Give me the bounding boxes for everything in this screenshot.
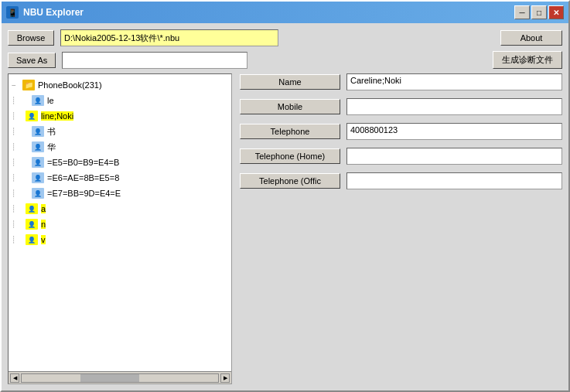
tree-line-3: ┊ xyxy=(12,143,19,151)
restore-button[interactable]: □ xyxy=(531,5,547,19)
tree-item-label-7: a xyxy=(41,204,46,213)
scroll-right-button[interactable]: ▶ xyxy=(220,373,230,383)
window-title: NBU Explorer xyxy=(23,7,84,18)
minimize-button[interactable]: ─ xyxy=(514,5,530,19)
contact-icon-2: 👤 xyxy=(32,126,44,137)
telephone-office-value xyxy=(346,172,562,189)
tree-item-4[interactable]: ┊ 👤 =E5=B0=B9=E4=B xyxy=(10,155,230,170)
tree-root-node[interactable]: − 📁 PhoneBook(231) xyxy=(10,77,230,93)
tree-expand-icon: − xyxy=(12,81,21,90)
scrollbar-thumb[interactable] xyxy=(80,374,139,382)
contact-icon-9: 👤 xyxy=(26,234,38,245)
file-path-input[interactable] xyxy=(60,29,278,46)
tree-item-1[interactable]: ┊ 👤 line;Noki xyxy=(10,108,230,124)
contact-icon-7: 👤 xyxy=(26,203,38,214)
tree-line-1: ┊ xyxy=(12,112,19,120)
tree-item-label-1: line;Noki xyxy=(41,111,73,121)
mobile-field-row: Mobile xyxy=(240,98,562,115)
tree-item-3[interactable]: ┊ 👤 华 xyxy=(10,139,230,155)
mobile-value xyxy=(346,98,562,115)
tree-root-label: PhoneBook(231) xyxy=(38,80,102,90)
tree-line-9: ┊ xyxy=(12,236,19,244)
tree-item-label-8: n xyxy=(41,220,46,229)
browse-button[interactable]: Browse xyxy=(8,30,54,46)
tree-item-label-5: =E6=AE=8B=E5=8 xyxy=(47,173,119,182)
name-field-row: Name Careline;Noki xyxy=(240,73,562,90)
title-bar-left: 📱 NBU Explorer xyxy=(6,6,84,19)
telephone-home-value xyxy=(346,148,562,165)
telephone-home-button[interactable]: Telephone (Home) xyxy=(240,148,340,164)
tree-panel: − 📁 PhoneBook(231) ┊ 👤 le ┊ xyxy=(8,73,232,384)
contact-icon-4: 👤 xyxy=(32,157,44,168)
name-value: Careline;Noki xyxy=(346,73,562,90)
close-button[interactable]: ✕ xyxy=(548,5,564,19)
contact-icon-1: 👤 xyxy=(26,111,38,121)
generate-button[interactable]: 生成诊断文件 xyxy=(493,51,562,69)
save-path-input[interactable] xyxy=(62,52,247,69)
tree-item-8[interactable]: ┊ 👤 n xyxy=(10,216,230,232)
contact-icon-8: 👤 xyxy=(26,219,38,230)
toolbar-row-2: Save As 生成诊断文件 xyxy=(8,51,562,69)
telephone-office-button[interactable]: Telephone (Offic xyxy=(240,173,340,189)
tree-item-label-2: 书 xyxy=(47,126,56,138)
tree-line-6: ┊ xyxy=(12,189,19,197)
tree-line-5: ┊ xyxy=(12,174,19,182)
contact-icon-3: 👤 xyxy=(32,141,44,152)
tree-item-label-6: =E7=BB=9D=E4=E xyxy=(47,189,121,198)
tree-item-0[interactable]: ┊ 👤 le xyxy=(10,93,230,108)
mobile-button[interactable]: Mobile xyxy=(240,99,340,114)
tree-line-8: ┊ xyxy=(12,220,19,228)
about-button[interactable]: About xyxy=(500,30,562,46)
main-window: 📱 NBU Explorer ─ □ ✕ Browse About Save A… xyxy=(0,0,570,392)
app-icon: 📱 xyxy=(6,6,19,19)
scroll-left-button[interactable]: ◀ xyxy=(10,373,19,383)
right-panel: Name Careline;Noki Mobile Telephone 4008… xyxy=(240,73,562,384)
scrollbar-track[interactable] xyxy=(21,373,219,383)
toolbar-row-1: Browse About xyxy=(8,29,562,46)
contact-icon-5: 👤 xyxy=(32,172,44,183)
tree-content[interactable]: − 📁 PhoneBook(231) ┊ 👤 le ┊ xyxy=(9,74,231,371)
tree-item-label-4: =E5=B0=B9=E4=B xyxy=(47,158,119,167)
save-as-button[interactable]: Save As xyxy=(8,53,56,68)
tree-item-label-3: 华 xyxy=(47,141,56,153)
title-controls: ─ □ ✕ xyxy=(514,5,564,19)
telephone-button[interactable]: Telephone xyxy=(240,124,340,139)
contact-icon-6: 👤 xyxy=(32,188,44,199)
tree-item-9[interactable]: ┊ 👤 v xyxy=(10,232,230,247)
contact-icon-0: 👤 xyxy=(32,95,44,106)
tree-horizontal-scrollbar[interactable]: ◀ ▶ xyxy=(9,371,231,383)
folder-icon: 📁 xyxy=(22,80,35,90)
tree-line-2: ┊ xyxy=(12,128,19,135)
main-area: − 📁 PhoneBook(231) ┊ 👤 le ┊ xyxy=(8,73,562,384)
tree-line-7: ┊ xyxy=(12,205,19,213)
telephone-home-field-row: Telephone (Home) xyxy=(240,148,562,165)
telephone-value: 4008800123 xyxy=(346,123,562,140)
title-bar: 📱 NBU Explorer ─ □ ✕ xyxy=(2,2,568,23)
tree-item-2[interactable]: ┊ 👤 书 xyxy=(10,124,230,139)
telephone-field-row: Telephone 4008800123 xyxy=(240,123,562,140)
tree-line-0: ┊ xyxy=(12,97,19,104)
telephone-office-field-row: Telephone (Offic xyxy=(240,172,562,189)
content-area: Browse About Save As 生成诊断文件 − 📁 xyxy=(2,23,568,390)
tree-line-4: ┊ xyxy=(12,159,19,166)
tree-item-5[interactable]: ┊ 👤 =E6=AE=8B=E5=8 xyxy=(10,170,230,186)
tree-item-label-0: le xyxy=(47,96,54,105)
name-button[interactable]: Name xyxy=(240,74,340,90)
tree-item-7[interactable]: ┊ 👤 a xyxy=(10,201,230,216)
tree-item-6[interactable]: ┊ 👤 =E7=BB=9D=E4=E xyxy=(10,186,230,201)
tree-item-label-9: v xyxy=(41,235,46,244)
